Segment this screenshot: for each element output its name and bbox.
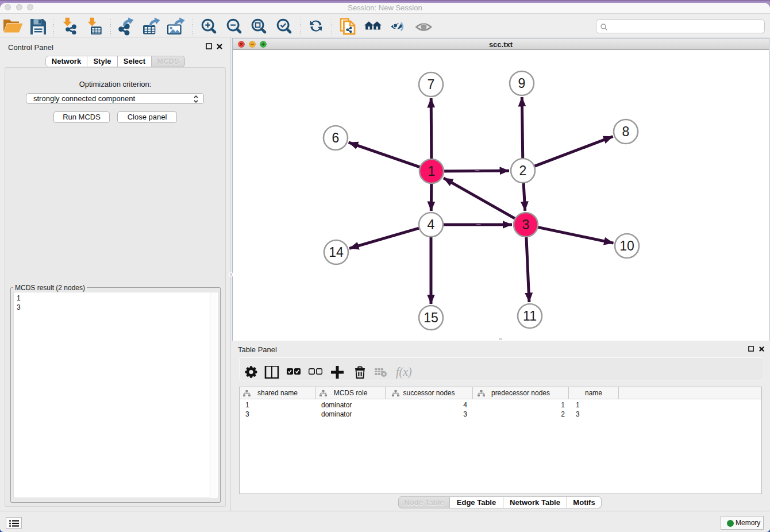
svg-text:11: 11 — [523, 309, 537, 323]
svg-text:8: 8 — [622, 124, 630, 139]
svg-text:2: 2 — [519, 163, 527, 178]
svg-text:7: 7 — [428, 77, 435, 92]
svg-text:4: 4 — [428, 217, 435, 232]
svg-text:f(x): f(x) — [396, 366, 412, 379]
svg-text:6: 6 — [332, 130, 340, 145]
svg-text:10: 10 — [619, 238, 634, 253]
svg-text:3: 3 — [522, 217, 530, 232]
svg-text:15: 15 — [424, 310, 438, 325]
svg-text:9: 9 — [518, 76, 526, 91]
svg-text:14: 14 — [329, 245, 344, 260]
svg-text:1: 1 — [428, 164, 436, 179]
